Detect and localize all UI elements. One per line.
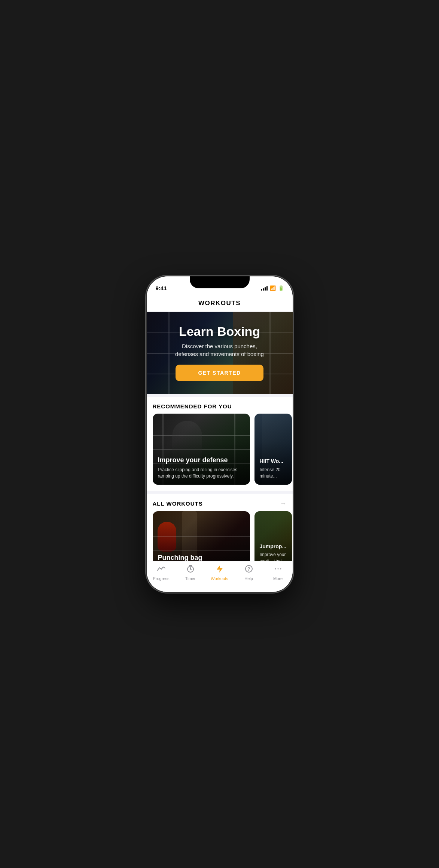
all-workouts-arrow: → (280, 500, 287, 507)
jumprope-card-content: Jumprop... Improve your cardi... that wi… (254, 538, 292, 561)
tab-workouts[interactable]: Workouts (205, 564, 234, 581)
all-workouts-title: ALL WORKOUTS (153, 500, 203, 507)
rope-v1 (168, 312, 170, 394)
hero-title: Learn Boxing (171, 325, 268, 338)
help-icon: ? (244, 564, 253, 575)
workouts-icon (215, 564, 224, 575)
rope-v2 (269, 312, 271, 394)
hero-subtitle: Discover the various punches, defenses a… (171, 342, 268, 358)
hero-banner: Learn Boxing Discover the various punche… (147, 312, 293, 394)
page-header: WORKOUTS (147, 295, 293, 312)
wifi-icon: 📶 (270, 285, 276, 291)
recommended-card-1-desc: Practice slipping and rolling in exercis… (158, 467, 245, 479)
timer-icon (186, 564, 195, 575)
signal-bars (261, 286, 268, 291)
recommended-card-1-content: Improve your defense Practice slipping a… (153, 451, 250, 484)
punching-bag-card[interactable]: Punching bag Build up power by alternati… (153, 511, 250, 561)
tab-help[interactable]: ? Help (234, 564, 263, 581)
more-icon (274, 564, 283, 575)
signal-bar-2 (263, 288, 264, 291)
all-workouts-cards-scroll[interactable]: Punching bag Build up power by alternati… (147, 511, 293, 561)
page-title: WORKOUTS (153, 300, 287, 307)
hero-content: Learn Boxing Discover the various punche… (171, 325, 268, 381)
tab-progress-label: Progress (153, 576, 169, 581)
punching-bag-card-content: Punching bag Build up power by alternati… (153, 549, 250, 561)
recommended-card-2-desc: Intense 20 minute... (260, 467, 287, 479)
recommended-card-2-title: HIIT Wo... (260, 458, 287, 464)
jumprope-card[interactable]: Jumprop... Improve your cardi... that wi… (254, 511, 292, 561)
svg-marker-8 (217, 565, 223, 573)
status-icons: 📶 🔋 (261, 285, 284, 291)
phone-screen: 9:41 📶 🔋 WORKOUTS (147, 276, 293, 592)
recommended-card-1[interactable]: Improve your defense Practice slipping a… (153, 414, 250, 485)
tab-more-label: More (273, 576, 283, 581)
battery-icon: 🔋 (278, 285, 284, 291)
svg-text:?: ? (247, 566, 250, 572)
progress-icon (157, 564, 166, 575)
signal-bar-3 (265, 287, 266, 291)
svg-point-12 (277, 568, 278, 569)
tab-timer[interactable]: Timer (176, 564, 205, 581)
tab-more[interactable]: More (263, 564, 293, 581)
tab-progress[interactable]: Progress (147, 564, 176, 581)
all-workouts-header: ALL WORKOUTS → (147, 494, 293, 511)
recommended-divider (147, 394, 293, 397)
recommended-card-2[interactable]: HIIT Wo... Intense 20 minute... (254, 414, 292, 485)
all-workouts-divider (147, 491, 293, 494)
signal-bar-1 (261, 289, 262, 291)
tab-help-label: Help (244, 576, 253, 581)
svg-point-11 (275, 568, 276, 569)
tab-timer-label: Timer (185, 576, 196, 581)
recommended-card-2-content: HIIT Wo... Intense 20 minute... (254, 453, 292, 484)
tab-workouts-label: Workouts (211, 576, 228, 581)
recommended-cards-scroll[interactable]: Improve your defense Practice slipping a… (147, 414, 293, 491)
jumprope-card-desc: Improve your cardi... that will leave yo… (260, 552, 287, 561)
notch (190, 276, 250, 288)
screen-content[interactable]: WORKOUTS Learn Boxing Discover the vario… (147, 295, 293, 561)
recommended-card-1-title: Improve your defense (158, 456, 245, 464)
recommended-header: RECOMMENDED FOR YOU (147, 397, 293, 414)
signal-bar-4 (266, 286, 268, 291)
status-time: 9:41 (156, 285, 167, 291)
svg-point-13 (280, 568, 281, 569)
hero-cta-button[interactable]: GET STARTED (176, 365, 263, 381)
punching-bag-card-title: Punching bag (158, 554, 245, 561)
recommended-title: RECOMMENDED FOR YOU (153, 403, 232, 410)
phone-frame: 9:41 📶 🔋 WORKOUTS (147, 276, 293, 592)
tab-bar: Progress Timer (147, 561, 293, 592)
jumprope-card-title: Jumprop... (260, 543, 287, 550)
